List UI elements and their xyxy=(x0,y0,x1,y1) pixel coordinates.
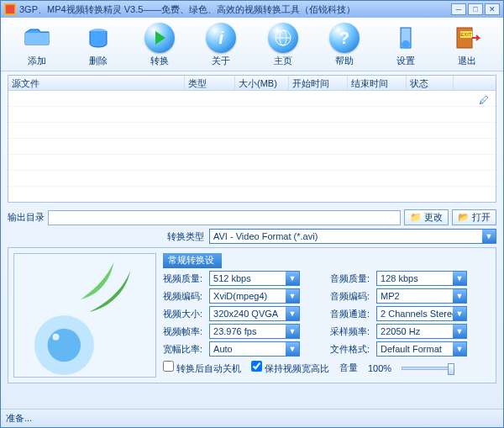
open-icon: 📂 xyxy=(458,212,470,223)
sample-rate-combo[interactable]: 22050 Hz▼ xyxy=(376,324,467,339)
main-toolbar: 添加 删除 转换 i 关于 主页 ? 帮助 设置 EXIT 退出 xyxy=(1,18,503,71)
globe-icon xyxy=(268,23,298,53)
keep-ratio-checkbox[interactable]: 保持视频宽高比 xyxy=(251,361,329,375)
window-title: 3GP、MP4视频转换精灵 V3.5——免费、绿色、高效的视频转换工具（佰锐科技… xyxy=(19,3,355,16)
volume-slider[interactable] xyxy=(402,367,452,370)
col-source[interactable]: 源文件 xyxy=(8,76,185,90)
open-dir-button[interactable]: 📂打开 xyxy=(452,209,496,225)
preview-image xyxy=(13,253,156,378)
sample-rate-label: 采样频率: xyxy=(330,325,370,338)
audio-quality-label: 音频质量: xyxy=(330,272,370,285)
titlebar: 3GP、MP4视频转换精灵 V3.5——免费、绿色、高效的视频转换工具（佰锐科技… xyxy=(1,1,503,18)
settings-button[interactable]: 设置 xyxy=(382,23,429,67)
convert-button[interactable]: 转换 xyxy=(136,23,183,67)
col-size[interactable]: 大小(MB) xyxy=(235,76,289,90)
about-button[interactable]: i 关于 xyxy=(197,23,244,67)
play-icon xyxy=(144,23,175,53)
svg-point-13 xyxy=(48,329,81,362)
trash-icon xyxy=(83,23,113,53)
shutdown-checkbox[interactable]: 转换后自动关机 xyxy=(163,361,241,375)
chevron-down-icon: ▼ xyxy=(482,230,496,243)
change-dir-button[interactable]: 📁更改 xyxy=(404,209,449,225)
video-codec-combo[interactable]: XviD(mpeg4)▼ xyxy=(209,288,300,304)
col-status[interactable]: 状态 xyxy=(407,76,454,90)
video-quality-combo[interactable]: 512 kbps▼ xyxy=(209,271,300,286)
video-size-label: 视频大小: xyxy=(163,308,202,320)
file-format-label: 文件格式: xyxy=(330,343,370,356)
table-header: 源文件 类型 大小(MB) 开始时间 结束时间 状态 xyxy=(8,76,496,91)
video-codec-label: 视频编码: xyxy=(163,290,202,303)
svg-point-14 xyxy=(53,334,60,341)
video-fps-label: 视频帧率: xyxy=(163,325,202,338)
remove-button[interactable]: 删除 xyxy=(75,23,122,67)
svg-rect-1 xyxy=(6,5,15,14)
help-icon: ? xyxy=(329,23,360,53)
file-table[interactable]: 源文件 类型 大小(MB) 开始时间 结束时间 状态 🖊 xyxy=(8,75,496,203)
video-size-combo[interactable]: 320x240 QVGA▼ xyxy=(209,306,300,321)
svg-point-7 xyxy=(402,40,410,49)
minimize-button[interactable]: ─ xyxy=(451,3,466,15)
convert-type-combo[interactable]: AVI - Video Format (*.avi)▼ xyxy=(209,229,496,244)
audio-channel-label: 音频通道: xyxy=(330,308,370,320)
file-format-combo[interactable]: Default Format▼ xyxy=(376,341,467,357)
info-icon: i xyxy=(206,23,236,53)
volume-label: 音量 xyxy=(339,362,358,374)
folder-add-icon xyxy=(22,23,52,53)
audio-channel-combo[interactable]: 2 Channels Stereo▼ xyxy=(376,306,467,321)
col-end[interactable]: 结束时间 xyxy=(348,76,407,90)
status-bar: 准备... xyxy=(1,409,503,427)
add-button[interactable]: 添加 xyxy=(13,23,60,67)
exit-button[interactable]: EXIT 退出 xyxy=(444,23,491,67)
gear-icon xyxy=(391,23,421,53)
col-start[interactable]: 开始时间 xyxy=(289,76,348,90)
app-icon xyxy=(4,3,16,15)
output-dir-label: 输出目录 xyxy=(8,211,45,224)
table-body xyxy=(8,91,496,187)
convert-type-label: 转换类型 xyxy=(157,230,204,243)
params-tab[interactable]: 常规转换设置 xyxy=(163,253,222,268)
app-window: 3GP、MP4视频转换精灵 V3.5——免费、绿色、高效的视频转换工具（佰锐科技… xyxy=(0,0,504,428)
close-button[interactable]: ✕ xyxy=(485,3,500,15)
status-text: 准备... xyxy=(6,412,32,425)
volume-value: 100% xyxy=(368,363,391,373)
output-dir-input[interactable] xyxy=(48,210,401,225)
aspect-combo[interactable]: Auto▼ xyxy=(209,341,300,357)
move-up-icon[interactable]: 🖊 xyxy=(479,94,492,106)
aspect-label: 宽幅比率: xyxy=(163,343,202,356)
exit-icon: EXIT xyxy=(452,23,482,53)
folder-icon: 📁 xyxy=(410,212,422,223)
audio-codec-combo[interactable]: MP2▼ xyxy=(376,288,467,304)
home-button[interactable]: 主页 xyxy=(260,23,307,67)
audio-quality-combo[interactable]: 128 kbps▼ xyxy=(376,271,467,286)
audio-codec-label: 音频编码: xyxy=(330,290,370,303)
col-type[interactable]: 类型 xyxy=(185,76,235,90)
maximize-button[interactable]: □ xyxy=(468,3,483,15)
video-quality-label: 视频质量: xyxy=(163,272,202,285)
svg-text:EXIT: EXIT xyxy=(461,32,473,37)
video-fps-combo[interactable]: 23.976 fps▼ xyxy=(209,324,300,339)
help-button[interactable]: ? 帮助 xyxy=(321,23,368,67)
